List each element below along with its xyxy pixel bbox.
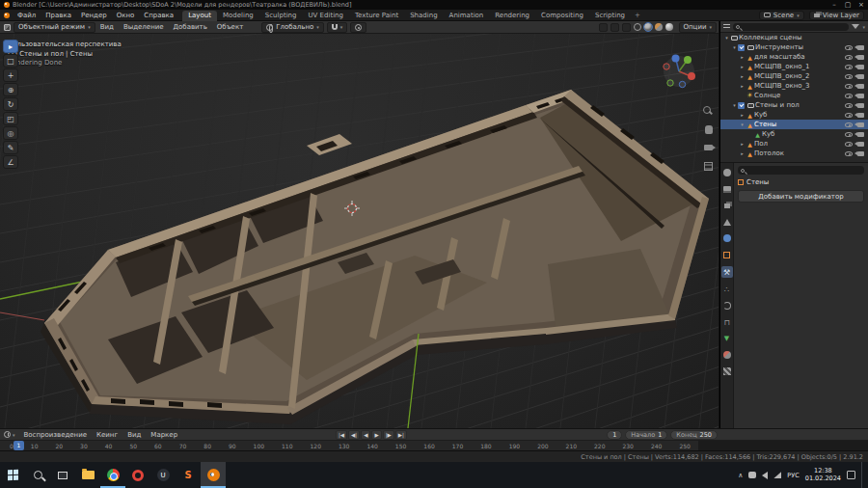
- outliner-row[interactable]: ▾Коллекция сцены: [720, 33, 868, 42]
- outliner-row[interactable]: ▲Куб: [720, 129, 868, 139]
- eye-toggle-icon[interactable]: [845, 142, 853, 147]
- outliner-row[interactable]: ▾Стены и пол: [720, 100, 868, 110]
- outliner-row[interactable]: ▸▲МСЩПВ_окно_1: [720, 62, 868, 71]
- gizmo-x-neg[interactable]: [664, 64, 669, 69]
- outliner-row[interactable]: ▸▲МСЩПВ_окно_2: [720, 71, 868, 81]
- blender-menu-icon[interactable]: [4, 13, 10, 18]
- outliner-item-label[interactable]: МСЩПВ_окно_2: [754, 72, 845, 80]
- zoom-icon[interactable]: [703, 106, 714, 117]
- timeline-menu-item[interactable]: Вид: [122, 431, 146, 439]
- menubar-menu-item[interactable]: Рендер: [76, 12, 112, 19]
- playback-button[interactable]: ◀: [361, 430, 370, 440]
- camera-toggle-icon[interactable]: [857, 74, 864, 79]
- editor-type-icon[interactable]: [4, 24, 11, 31]
- add-workspace-button[interactable]: +: [631, 11, 644, 21]
- outliner-item-label[interactable]: МСЩПВ_окно_1: [754, 63, 845, 70]
- viewport-menu-item[interactable]: Объект: [212, 23, 248, 31]
- outliner-item-label[interactable]: Коллекция сцены: [739, 34, 868, 41]
- view-layer-selector[interactable]: View Layer: [809, 11, 864, 20]
- gizmo-y-neg[interactable]: [667, 80, 673, 86]
- expand-arrow-icon[interactable]: ▸: [739, 150, 746, 156]
- expand-arrow-icon[interactable]: ▾: [731, 44, 738, 50]
- eye-toggle-icon[interactable]: [845, 55, 853, 60]
- cloud-icon[interactable]: [748, 472, 756, 478]
- language-indicator[interactable]: РУС: [787, 472, 799, 479]
- chrome-button[interactable]: [100, 462, 125, 488]
- viewport-menu-item[interactable]: Вид: [95, 23, 119, 31]
- eye-toggle-icon[interactable]: [845, 84, 853, 89]
- camera-toggle-icon[interactable]: [857, 65, 864, 69]
- timeline-ruler[interactable]: 0102030405060708090100110120130140150160…: [0, 441, 868, 450]
- workspace-tab[interactable]: Scripting: [589, 11, 631, 21]
- view-layer-tab-icon[interactable]: [722, 201, 732, 210]
- outliner-item-label[interactable]: Куб: [762, 130, 845, 138]
- timeline-menu-item[interactable]: Маркер: [146, 431, 182, 439]
- outliner-row[interactable]: ▸▲Пол: [720, 139, 868, 149]
- expand-arrow-icon[interactable]: ▸: [739, 54, 746, 60]
- gizmo-z-neg[interactable]: [679, 81, 685, 87]
- transform-tool[interactable]: ◎: [3, 126, 18, 140]
- menubar-menu-item[interactable]: Файл: [13, 12, 41, 19]
- shading-solid-icon[interactable]: [644, 23, 652, 31]
- camera-toggle-icon[interactable]: [857, 45, 864, 50]
- viewport-menu-item[interactable]: Выделение: [119, 23, 169, 31]
- camera-toggle-icon[interactable]: [857, 132, 864, 137]
- eye-toggle-icon[interactable]: [845, 94, 853, 98]
- workspace-tab[interactable]: Layout: [182, 11, 217, 21]
- outliner-item-label[interactable]: Стены: [754, 121, 845, 128]
- scale-tool[interactable]: ◰: [3, 112, 18, 125]
- particles-tab-icon[interactable]: ∴: [722, 285, 732, 294]
- add-modifier-button[interactable]: Добавить модификатор: [738, 190, 864, 203]
- expand-arrow-icon[interactable]: ▾: [739, 122, 746, 127]
- eye-toggle-icon[interactable]: [845, 103, 853, 108]
- select-tweak-tool[interactable]: ▸: [3, 40, 18, 53]
- gizmo-y-axis[interactable]: [684, 56, 692, 64]
- menubar-menu-item[interactable]: Окно: [112, 12, 140, 19]
- snap-toggle[interactable]: ▾: [327, 22, 348, 33]
- collection-checkbox[interactable]: [738, 102, 745, 109]
- outliner-editor-icon[interactable]: [723, 23, 730, 30]
- gizmo-z-axis[interactable]: [672, 55, 680, 63]
- camera-toggle-icon[interactable]: [857, 122, 864, 127]
- orientation-dropdown[interactable]: Глобально ▾: [261, 22, 324, 33]
- properties-search-input[interactable]: [738, 166, 864, 175]
- object-tab-icon[interactable]: [722, 250, 732, 259]
- outliner-item-label[interactable]: Потолок: [754, 149, 845, 157]
- camera-toggle-icon[interactable]: [857, 103, 864, 108]
- shading-material-icon[interactable]: [655, 23, 663, 31]
- expand-arrow-icon[interactable]: ▸: [739, 141, 746, 147]
- camera-toggle-icon[interactable]: [857, 55, 864, 60]
- annotate-tool[interactable]: ✎: [3, 141, 18, 154]
- show-gizmo-toggle[interactable]: [599, 23, 608, 32]
- perspective-toggle-icon[interactable]: [703, 161, 714, 172]
- timeline-editor-icon[interactable]: [4, 431, 11, 438]
- maximize-icon[interactable]: ▢: [841, 0, 854, 10]
- outliner-item-label[interactable]: МСЩПВ_окно_3: [754, 82, 845, 90]
- camera-view-icon[interactable]: [703, 143, 714, 153]
- playback-button[interactable]: ▶|: [395, 430, 407, 440]
- playback-button[interactable]: |▶: [383, 430, 394, 440]
- playback-button[interactable]: |◀: [336, 430, 347, 440]
- outliner-row[interactable]: ▸▲МСЩПВ_окно_3: [720, 81, 868, 91]
- current-frame-marker[interactable]: 1: [14, 441, 24, 450]
- world-tab-icon[interactable]: [722, 233, 732, 243]
- measure-tool[interactable]: ∠: [3, 155, 18, 169]
- workspace-tab[interactable]: Texture Paint: [349, 11, 404, 21]
- frame-start-field[interactable]: Начало 1: [625, 430, 667, 440]
- shading-rendered-icon[interactable]: [665, 23, 673, 31]
- texture-tab-icon[interactable]: [722, 366, 732, 376]
- viewport-3d[interactable]: Объектный режим ▾ ВидВыделениеДобавитьОб…: [0, 21, 719, 428]
- eye-toggle-icon[interactable]: [845, 113, 853, 118]
- tray-expand-icon[interactable]: ∧: [738, 472, 743, 479]
- close-icon[interactable]: ×: [854, 0, 868, 10]
- volume-icon[interactable]: [762, 472, 768, 479]
- camera-toggle-icon[interactable]: [857, 151, 864, 156]
- app-s-button[interactable]: S: [176, 462, 201, 488]
- show-desktop-button[interactable]: [861, 462, 865, 488]
- workspace-tab[interactable]: Compositing: [535, 11, 589, 21]
- camera-toggle-icon[interactable]: [857, 94, 864, 98]
- outliner-item-label[interactable]: Куб: [754, 111, 845, 119]
- camera-toggle-icon[interactable]: [857, 84, 864, 89]
- xray-toggle[interactable]: [622, 23, 631, 32]
- outliner-row[interactable]: ▸▲Куб: [720, 110, 868, 120]
